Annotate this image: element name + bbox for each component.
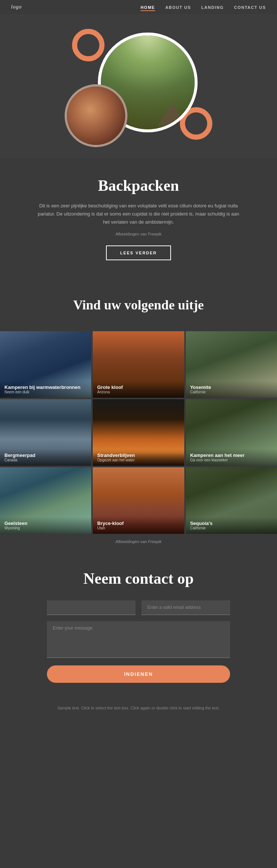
navigation: logo HOME ABOUT US LANDING CONTACT US [0, 0, 277, 14]
contact-form-row1 [11, 600, 266, 615]
logo[interactable]: logo [11, 4, 22, 10]
contact-email-input[interactable] [141, 600, 230, 615]
grid-item-7-sublabel: Utah [97, 526, 179, 530]
decorative-ring-topleft [72, 29, 105, 61]
grid-item-5-sublabel: Ga voor een klassieker [190, 458, 273, 462]
hero-photo-side [65, 84, 127, 147]
hero-credit: Afbeeldingen van Freepik [37, 232, 240, 236]
nav-item-home[interactable]: HOME [141, 4, 155, 10]
grid-item-3-sublabel: Canada [4, 458, 87, 462]
contact-submit-button[interactable]: INDIENEN [47, 665, 230, 683]
grid-item-1-overlay: Grote kloof Arizona [93, 381, 184, 398]
grid-item-8-label: Sequoia's [190, 521, 273, 526]
grid-item-3-overlay: Bergmeerpad Canada [0, 449, 91, 466]
grid-item-4[interactable]: Strandverblijven Opgezet aan het water [93, 399, 184, 466]
footer-note: Sample text. Click to select the text bo… [0, 698, 277, 723]
grid-item-8[interactable]: Sequoia's Californie [186, 467, 277, 534]
grid-item-2-sublabel: Californie [190, 390, 273, 394]
grid-item-0-label: Kamperen bij warmwaterbronnen [4, 384, 87, 390]
hero-title: Backpacken [37, 177, 240, 194]
grid-item-2-label: Yosemite [190, 384, 273, 390]
contact-title: Neem contact op [11, 570, 266, 587]
nav-links: HOME ABOUT US LANDING CONTACT US [141, 4, 266, 10]
nav-item-landing[interactable]: LANDING [201, 4, 224, 10]
hero-section [0, 14, 277, 158]
grid-item-6-label: Geelsteen [4, 521, 87, 526]
destination-grid: Kamperen bij warmwaterbronnen Neem een d… [0, 331, 277, 534]
grid-item-3[interactable]: Bergmeerpad Canada [0, 399, 91, 466]
grid-item-8-overlay: Sequoia's Californie [186, 517, 277, 534]
find-section: Vind uw volgende uitje [0, 275, 277, 331]
grid-item-8-sublabel: Californie [190, 526, 273, 530]
hero-photo-side-image [67, 87, 125, 145]
grid-item-4-label: Strandverblijven [97, 452, 179, 458]
grid-item-7[interactable]: Bryce-kloof Utah [93, 467, 184, 534]
grid-item-2[interactable]: Yosemite Californie [186, 331, 277, 398]
grid-item-0-overlay: Kamperen bij warmwaterbronnen Neem een d… [0, 381, 91, 398]
nav-link-landing[interactable]: LANDING [201, 5, 224, 10]
grid-item-5-label: Kamperen aan het meer [190, 452, 273, 458]
grid-item-0-sublabel: Neem een duik [4, 390, 87, 394]
grid-item-7-label: Bryce-kloof [97, 521, 179, 526]
grid-credit: Afbeeldingen van Freepik [0, 534, 277, 547]
grid-item-4-overlay: Strandverblijven Opgezet aan het water [93, 449, 184, 466]
grid-item-1[interactable]: Grote kloof Arizona [93, 331, 184, 398]
grid-item-5-overlay: Kamperen aan het meer Ga voor een klassi… [186, 449, 277, 466]
nav-item-about[interactable]: ABOUT US [165, 4, 191, 10]
grid-item-6-overlay: Geelsteen Wyoming [0, 517, 91, 534]
contact-section: Neem contact op INDIENEN [0, 547, 277, 698]
grid-item-5[interactable]: Kamperen aan het meer Ga voor een klassi… [186, 399, 277, 466]
hero-description: Dit is een zeer pijnlijke beschuldiging … [37, 202, 240, 226]
grid-item-7-overlay: Bryce-kloof Utah [93, 517, 184, 534]
contact-message-input[interactable] [47, 621, 230, 658]
hero-text-section: Backpacken Dit is een zeer pijnlijke bes… [0, 158, 277, 275]
grid-item-3-label: Bergmeerpad [4, 452, 87, 458]
grid-item-1-label: Grote kloof [97, 384, 179, 390]
nav-link-about[interactable]: ABOUT US [165, 5, 191, 10]
nav-item-contact[interactable]: CONTACT US [234, 4, 266, 10]
grid-item-1-sublabel: Arizona [97, 390, 179, 394]
nav-link-contact[interactable]: CONTACT US [234, 5, 266, 10]
find-title: Vind uw volgende uitje [11, 297, 266, 313]
contact-name-input[interactable] [47, 600, 136, 615]
grid-item-6[interactable]: Geelsteen Wyoming [0, 467, 91, 534]
read-more-button[interactable]: LEES VERDER [106, 245, 171, 260]
grid-item-0[interactable]: Kamperen bij warmwaterbronnen Neem een d… [0, 331, 91, 398]
grid-item-6-sublabel: Wyoming [4, 526, 87, 530]
nav-link-home[interactable]: HOME [141, 5, 155, 11]
grid-item-2-overlay: Yosemite Californie [186, 381, 277, 398]
grid-item-4-sublabel: Opgezet aan het water [97, 458, 179, 462]
circles-scene [42, 25, 235, 151]
